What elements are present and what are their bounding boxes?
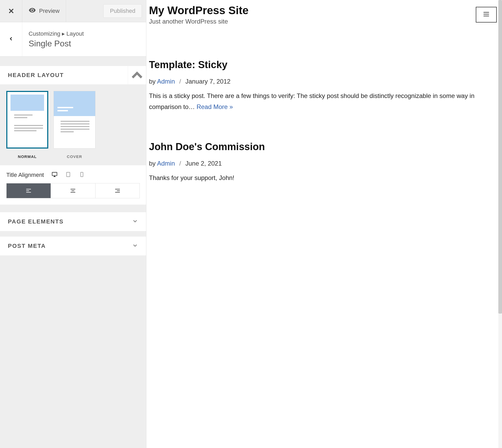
meta-separator: / — [179, 78, 181, 85]
breadcrumb-separator: ▸ — [62, 30, 65, 37]
alignment-header: Title Alignment — [6, 172, 140, 178]
excerpt-text: Thanks for your support, John! — [149, 174, 234, 181]
layout-thumb-normal — [6, 91, 48, 149]
scrollbar-thumb[interactable] — [498, 0, 502, 314]
title-alignment-section: Title Alignment — [0, 165, 146, 205]
layout-label-cover: COVER — [67, 154, 82, 159]
title-alignment-label: Title Alignment — [6, 172, 44, 178]
post-date: June 2, 2021 — [185, 160, 222, 167]
page-elements-title: PAGE ELEMENTS — [8, 218, 64, 225]
desktop-icon[interactable] — [52, 172, 57, 178]
preview-panel: My WordPress Site Just another WordPress… — [146, 0, 502, 448]
align-center-button[interactable] — [51, 183, 95, 198]
site-tagline: Just another WordPress site — [149, 18, 249, 25]
layout-option-cover[interactable]: COVER — [54, 91, 95, 159]
post-item: Template: Sticky by Admin / January 7, 2… — [149, 59, 497, 112]
meta-separator: / — [179, 160, 181, 167]
device-selector — [52, 172, 85, 178]
post-date: January 7, 2012 — [185, 78, 231, 85]
post-item: John Doe's Commission by Admin / June 2,… — [149, 141, 497, 183]
svg-rect-1 — [81, 172, 83, 177]
customizer-sidebar: ✕ Preview Published Customizing ▸ Layout… — [0, 0, 146, 448]
post-title[interactable]: John Doe's Commission — [149, 141, 497, 152]
spacer — [0, 57, 146, 66]
post-title[interactable]: Template: Sticky — [149, 59, 497, 70]
published-button[interactable]: Published — [103, 4, 142, 18]
post-meta: by Admin / January 7, 2012 — [149, 78, 497, 85]
align-right-button[interactable] — [95, 183, 140, 198]
page-elements-toggle[interactable]: PAGE ELEMENTS — [0, 212, 146, 231]
close-icon: ✕ — [8, 7, 14, 15]
spacer — [0, 256, 146, 260]
eye-icon — [29, 7, 36, 15]
page-title: Single Post — [29, 39, 84, 48]
post-excerpt: Thanks for your support, John! — [149, 172, 497, 183]
breadcrumb-section: Customizing ▸ Layout Single Post — [0, 22, 146, 57]
breadcrumb-path: Customizing ▸ Layout — [29, 30, 84, 37]
layout-label-normal: NORMAL — [18, 154, 37, 159]
hamburger-icon — [483, 10, 490, 19]
breadcrumb: Customizing ▸ Layout Single Post — [22, 25, 90, 54]
post-meta-title: POST META — [8, 243, 46, 249]
post-author-link[interactable]: Admin — [157, 78, 175, 85]
chevron-down-icon — [132, 242, 138, 250]
site-identity: My WordPress Site Just another WordPress… — [149, 4, 249, 25]
post-meta-toggle[interactable]: POST META — [0, 237, 146, 256]
tablet-icon[interactable] — [65, 172, 71, 178]
preview-button[interactable]: Preview — [22, 0, 66, 22]
layout-option-normal[interactable]: NORMAL — [6, 91, 48, 159]
breadcrumb-section-label: Layout — [66, 30, 84, 37]
header-layout-options: NORMAL COVER — [0, 85, 146, 165]
header-layout-toggle[interactable]: HEADER LAYOUT — [0, 66, 146, 85]
alignment-buttons — [6, 183, 140, 198]
author-prefix: by — [149, 78, 157, 85]
post-meta: by Admin / June 2, 2021 — [149, 160, 497, 167]
header-layout-title: HEADER LAYOUT — [8, 72, 64, 79]
breadcrumb-parent: Customizing — [29, 30, 60, 37]
author-prefix: by — [149, 160, 157, 167]
post-excerpt: This is a sticky post. There are a few t… — [149, 90, 497, 112]
chevron-left-icon — [8, 35, 14, 43]
menu-toggle-button[interactable] — [476, 7, 497, 23]
site-header: My WordPress Site Just another WordPress… — [149, 4, 497, 30]
svg-rect-0 — [67, 172, 70, 177]
spacer — [0, 205, 146, 212]
back-button[interactable] — [0, 22, 22, 56]
chevron-down-icon — [132, 218, 138, 225]
chevron-up-icon — [128, 66, 146, 84]
post-author-link[interactable]: Admin — [157, 160, 175, 167]
site-title[interactable]: My WordPress Site — [149, 4, 249, 17]
top-bar: ✕ Preview Published — [0, 0, 146, 22]
spacer — [0, 231, 146, 237]
align-left-button[interactable] — [7, 183, 51, 198]
preview-label: Preview — [39, 8, 60, 14]
layout-thumb-cover — [54, 91, 95, 149]
close-button[interactable]: ✕ — [0, 0, 22, 22]
mobile-icon[interactable] — [79, 172, 85, 178]
read-more-link[interactable]: Read More » — [196, 103, 233, 110]
scrollbar[interactable] — [498, 0, 502, 448]
